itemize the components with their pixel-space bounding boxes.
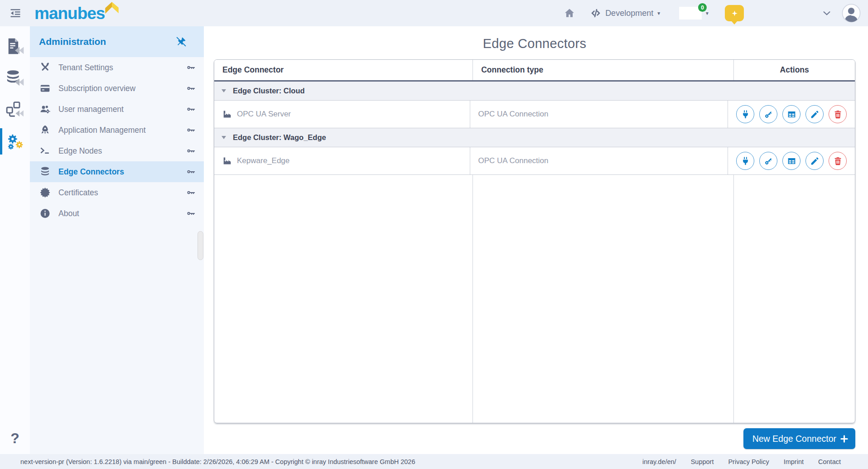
sidebar-item-label: Tenant Settings xyxy=(58,63,187,73)
icon-rail: ? xyxy=(0,26,30,454)
sidebar-item-label: Application Management xyxy=(58,126,187,135)
plus-icon xyxy=(839,434,849,444)
collapse-caret-icon[interactable] xyxy=(222,136,226,139)
logo-text: manubes xyxy=(34,5,105,22)
caret-down-icon: ▼ xyxy=(656,11,661,16)
connector-name: OPC UA Server xyxy=(237,110,291,119)
pin-slash-icon xyxy=(176,36,187,47)
key-permission-icon xyxy=(187,167,196,176)
sparkle-icon xyxy=(730,9,739,18)
rail-item[interactable] xyxy=(0,131,30,152)
trash-action-button[interactable] xyxy=(829,105,847,123)
users-icon xyxy=(39,103,51,115)
column-header-edge-connector: Edge Connector xyxy=(214,60,473,80)
footer-link[interactable]: Contact xyxy=(818,458,841,465)
database-icon xyxy=(39,166,51,178)
document-icon xyxy=(6,38,24,55)
connector-name-cell: Kepware_Edge xyxy=(214,147,470,174)
sidebar-item[interactable]: Edge Connectors xyxy=(30,161,204,182)
sidebar-item[interactable]: Application Management xyxy=(30,120,204,140)
table-action-button[interactable] xyxy=(782,105,800,123)
topbar-right: Development ▼ 0 ▼ xyxy=(564,4,868,23)
plug-action-button[interactable] xyxy=(736,152,754,170)
rail-item[interactable] xyxy=(0,99,30,121)
row-actions-cell xyxy=(728,101,855,128)
footer-link[interactable]: Privacy Policy xyxy=(728,458,769,465)
caret-down-icon: ▼ xyxy=(705,11,709,16)
connector-row: Kepware_Edge OPC UA Connection xyxy=(214,147,855,175)
connector-name-cell: OPC UA Server xyxy=(214,101,470,128)
user-menu-chevron-button[interactable] xyxy=(822,8,832,18)
sidebar-title: Administration xyxy=(39,36,106,47)
key-diag-action-button[interactable] xyxy=(759,152,777,170)
logo-mark-icon xyxy=(104,1,120,15)
sidebar-item[interactable]: Tenant Settings xyxy=(30,57,204,78)
sidebar-item[interactable]: Edge Nodes xyxy=(30,140,204,161)
footer-link[interactable]: Support xyxy=(691,458,714,465)
main-content: Edge Connectors Edge Connector Connectio… xyxy=(204,26,868,454)
user-avatar[interactable] xyxy=(842,4,861,23)
sidebar-item-label: Edge Connectors xyxy=(58,167,187,177)
table-empty-area xyxy=(214,175,855,423)
environment-dropdown[interactable]: Development ▼ xyxy=(590,7,661,19)
unpin-sidebar-button[interactable] xyxy=(176,36,187,47)
sidebar-item-label: About xyxy=(58,209,187,218)
help-button[interactable]: ? xyxy=(10,430,19,447)
terminal-icon xyxy=(39,145,51,157)
admin-sidebar: Administration Tenant Settings Subscript… xyxy=(30,26,204,454)
assistant-bubble-button[interactable] xyxy=(725,5,744,21)
collapse-menu-button[interactable] xyxy=(9,6,23,20)
footer: next-version-pr (Version: 1.6.2218) via … xyxy=(0,454,868,469)
home-button[interactable] xyxy=(564,7,575,19)
key-permission-icon xyxy=(187,63,196,72)
cluster-group-row[interactable]: Edge Cluster: Cloud xyxy=(214,82,855,101)
tools-icon xyxy=(39,62,51,73)
connection-type-cell: OPC UA Connection xyxy=(470,147,728,174)
connector-row: OPC UA Server OPC UA Connection xyxy=(214,101,855,128)
home-icon xyxy=(564,7,575,19)
version-text: next-version-pr (Version: 1.6.2218) via … xyxy=(20,458,415,465)
gears-icon xyxy=(6,133,24,150)
key-permission-icon xyxy=(187,188,196,197)
app-logo[interactable]: manubes xyxy=(34,5,120,22)
collapse-caret-icon[interactable] xyxy=(222,89,226,92)
info-icon xyxy=(39,208,51,219)
factory-icon xyxy=(222,110,232,119)
certificate-icon xyxy=(39,187,51,198)
table-header-row: Edge Connector Connection type Actions xyxy=(214,60,855,82)
plug-action-button[interactable] xyxy=(736,105,754,123)
pencil-action-button[interactable] xyxy=(805,105,824,123)
new-button-label: New Edge Connector xyxy=(752,434,836,444)
rail-item[interactable] xyxy=(0,35,30,57)
connector-name: Kepware_Edge xyxy=(237,156,289,165)
key-diag-action-button[interactable] xyxy=(759,105,777,123)
sidebar-item[interactable]: Certificates xyxy=(30,182,204,203)
table-action-button[interactable] xyxy=(782,152,800,170)
cluster-group-row[interactable]: Edge Cluster: Wago_Edge xyxy=(214,128,855,147)
sidebar-item[interactable]: Subscription overview xyxy=(30,78,204,99)
footer-link[interactable]: Imprint xyxy=(784,458,804,465)
new-edge-connector-button[interactable]: New Edge Connector xyxy=(743,428,855,449)
chevron-down-icon xyxy=(822,8,832,18)
sidebar-item[interactable]: User management xyxy=(30,99,204,120)
footer-link[interactable]: inray.de/en/ xyxy=(642,458,676,465)
row-actions-cell xyxy=(728,147,855,174)
connection-type-cell: OPC UA Connection xyxy=(470,101,728,128)
edge-connectors-table: Edge Connector Connection type Actions E… xyxy=(214,59,855,423)
sidebar-item-label: User management xyxy=(58,105,187,114)
key-permission-icon xyxy=(187,209,196,218)
sidebar-scrollbar-thumb[interactable] xyxy=(198,231,203,260)
rocket-icon xyxy=(39,124,51,136)
column-header-connection-type: Connection type xyxy=(473,60,734,80)
sidebar-header: Administration xyxy=(30,26,204,57)
rail-item[interactable] xyxy=(0,67,30,89)
trash-action-button[interactable] xyxy=(829,152,847,170)
cluster-group-label: Edge Cluster: Wago_Edge xyxy=(233,133,326,142)
credit-card-icon xyxy=(39,82,51,94)
sidebar-item[interactable]: About xyxy=(30,203,204,224)
pencil-action-button[interactable] xyxy=(805,152,824,170)
servers-menu-button[interactable]: 0 ▼ xyxy=(679,7,709,19)
page-title: Edge Connectors xyxy=(214,36,855,51)
sidebar-item-label: Subscription overview xyxy=(58,84,187,93)
factory-icon xyxy=(222,156,232,165)
